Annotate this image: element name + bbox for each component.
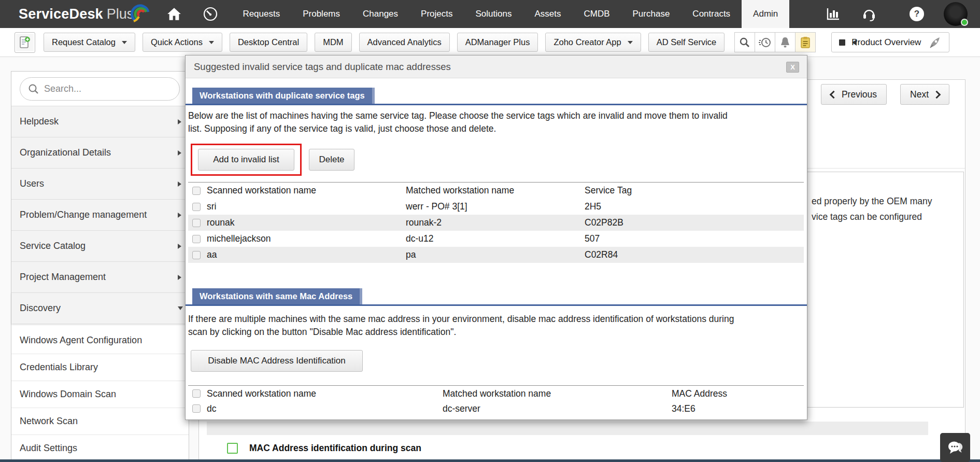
chevron-right-icon — [178, 119, 181, 124]
delete-label: Delete — [319, 155, 344, 165]
close-glyph: X — [790, 63, 795, 71]
chevron-right-icon — [178, 275, 181, 280]
nav-item-admin[interactable]: Admin — [742, 0, 789, 28]
zoho-creator-app-button[interactable]: Zoho Creator App — [545, 33, 641, 52]
table-row: dc dc-server 34:E6 — [188, 401, 804, 416]
product-overview-button[interactable]: Product Overview — [831, 32, 949, 52]
column-header-scanned: Scanned workstation name — [207, 388, 443, 399]
support-headset-icon[interactable] — [855, 6, 884, 22]
desktop-central-label: Desktop Central — [238, 37, 299, 47]
cell-scanned-name: dc — [207, 403, 443, 414]
brand-logo[interactable]: ServiceDesk Plus — [0, 0, 150, 28]
sidebar-item-credentials-library[interactable]: Credentials Library — [11, 354, 189, 381]
product-overview-label: Product Overview — [851, 37, 921, 48]
row-checkbox[interactable] — [192, 235, 201, 243]
chevron-left-icon — [830, 90, 838, 99]
sidebar-item-windows-domain-scan[interactable]: Windows Domain Scan — [11, 381, 189, 408]
nav-item-cmdb[interactable]: CMDB — [572, 0, 621, 28]
sidebar-item-label: Network Scan — [20, 416, 78, 427]
admin-sidebar: Helpdesk Organizational Details Users Pr… — [11, 71, 189, 462]
nav-item-changes[interactable]: Changes — [351, 0, 409, 28]
disable-mac-identification-button[interactable]: Disable MAC Address Identification — [191, 350, 363, 372]
sidebar-item-problem-change-management[interactable]: Problem/Change management — [11, 199, 189, 230]
nav-item-projects[interactable]: Projects — [409, 0, 464, 28]
top-navigation: ServiceDesk Plus Requests Problems Chang… — [0, 0, 980, 28]
quick-actions-button[interactable]: Quick Actions — [143, 33, 222, 52]
live-chat-button[interactable] — [940, 433, 970, 462]
sidebar-item-label: Helpdesk — [20, 116, 59, 127]
desktop-central-button[interactable]: Desktop Central — [230, 33, 307, 52]
advanced-analytics-button[interactable]: Advanced Analytics — [359, 33, 450, 52]
clipped-info-text: ed properly by the OEM many — [812, 196, 932, 207]
sidebar-item-users[interactable]: Users — [11, 168, 189, 199]
help-icon[interactable]: ? — [910, 7, 924, 21]
cell-service-tag: C02P82B — [585, 217, 804, 228]
sidebar-item-label: Credentials Library — [20, 362, 98, 373]
sidebar-item-helpdesk[interactable]: Helpdesk — [11, 106, 189, 137]
select-all-checkbox[interactable] — [192, 389, 201, 398]
tasks-clipboard-icon[interactable] — [795, 32, 816, 52]
select-all-checkbox[interactable] — [192, 187, 201, 195]
delete-button[interactable]: Delete — [309, 149, 354, 171]
ad-self-service-button[interactable]: AD Self Service — [648, 33, 725, 52]
mac-identification-checkbox[interactable] — [227, 443, 238, 454]
table-row: michellejackson dc-u12 507 — [188, 231, 804, 247]
sidebar-item-label: Audit Settings — [20, 443, 77, 454]
notifications-bell-icon[interactable] — [775, 32, 796, 52]
new-request-script-icon[interactable] — [15, 32, 35, 53]
sidebar-item-audit-settings[interactable]: Audit Settings — [11, 435, 189, 461]
row-checkbox[interactable] — [192, 219, 201, 227]
next-button[interactable]: Next — [900, 84, 949, 105]
mac-identification-label: MAC Address identification during scan — [249, 443, 421, 454]
mdm-button[interactable]: MDM — [315, 33, 351, 52]
page-bottom-edge — [0, 459, 980, 462]
description-line: scan by clicking on the button "Disable … — [188, 326, 804, 339]
user-avatar[interactable] — [944, 2, 968, 26]
description-line: Below are the list of machines having th… — [188, 109, 804, 122]
mac-identification-setting: MAC Address identification during scan — [227, 443, 421, 454]
sidebar-item-network-scan[interactable]: Network Scan — [11, 408, 189, 435]
nav-item-assets[interactable]: Assets — [523, 0, 572, 28]
add-to-invalid-list-button[interactable]: Add to invalid list — [198, 149, 294, 171]
row-checkbox[interactable] — [192, 203, 201, 211]
nav-item-problems[interactable]: Problems — [291, 0, 351, 28]
modal-title: Suggested invalid service tags and dupli… — [194, 61, 451, 73]
home-icon[interactable] — [160, 0, 189, 28]
history-clock-icon[interactable] — [755, 32, 775, 52]
sidebar-item-project-management[interactable]: Project Management — [11, 261, 189, 292]
row-checkbox[interactable] — [192, 251, 201, 259]
reports-bar-chart-icon[interactable] — [818, 7, 847, 21]
admanager-plus-button[interactable]: ADManager Plus — [457, 33, 538, 52]
description-line: list. Supposing if any of the service ta… — [188, 122, 804, 135]
previous-button[interactable]: Previous — [821, 84, 887, 105]
nav-item-contracts[interactable]: Contracts — [681, 0, 742, 28]
chevron-down-icon — [122, 41, 127, 44]
next-label: Next — [910, 89, 929, 100]
cell-service-tag: 507 — [585, 233, 804, 244]
sidebar-item-organizational-details[interactable]: Organizational Details — [11, 137, 189, 168]
dashboard-gauge-icon[interactable] — [196, 0, 225, 28]
zoho-creator-app-label: Zoho Creator App — [553, 37, 621, 47]
sidebar-item-windows-agent-configuration[interactable]: Windows Agent Configuration — [11, 327, 189, 354]
sidebar-search-input[interactable] — [20, 77, 180, 101]
request-catalog-label: Request Catalog — [52, 37, 116, 47]
nav-item-purchase[interactable]: Purchase — [621, 0, 681, 28]
toolbar-icon-group — [735, 32, 816, 52]
request-catalog-button[interactable]: Request Catalog — [44, 33, 135, 52]
cell-matched-name: rounak-2 — [406, 217, 585, 228]
cell-matched-name: dc-u12 — [406, 233, 585, 244]
tab-same-mac-address[interactable]: Workstations with same Mac Address — [192, 288, 362, 304]
row-checkbox[interactable] — [192, 404, 201, 413]
section-strip — [207, 422, 928, 435]
search-icon[interactable] — [734, 32, 755, 52]
nav-item-requests[interactable]: Requests — [231, 0, 291, 28]
brand-suffix: Plus — [107, 6, 134, 22]
nav-item-solutions[interactable]: Solutions — [464, 0, 523, 28]
close-icon[interactable]: X — [786, 62, 799, 73]
sidebar-item-service-catalog[interactable]: Service Catalog — [11, 230, 189, 261]
sidebar-item-discovery[interactable]: Discovery — [11, 292, 189, 324]
cell-scanned-name: michellejackson — [207, 233, 406, 244]
ad-self-service-label: AD Self Service — [657, 37, 717, 47]
tab-duplicate-service-tags[interactable]: Workstations with duplicate service tags — [192, 88, 375, 104]
video-camera-lens-icon — [852, 39, 857, 46]
